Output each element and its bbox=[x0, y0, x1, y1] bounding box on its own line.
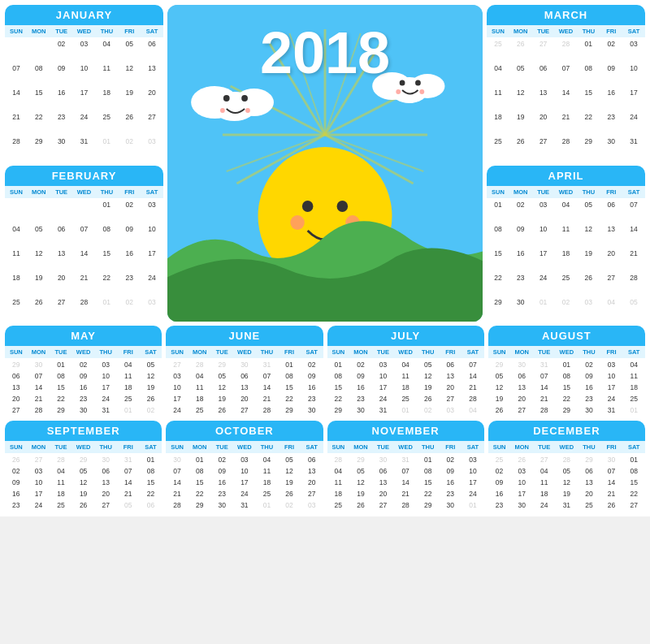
september-days-header: SUNMONTUEWEDTHUFRISAT bbox=[5, 441, 162, 453]
svg-point-28 bbox=[410, 74, 445, 98]
year-label: 2018 bbox=[260, 19, 390, 86]
june-header: JUNE bbox=[166, 326, 323, 346]
november-card: NOVEMBER SUNMONTUEWEDTHUFRISAT 282930310… bbox=[327, 421, 484, 512]
svg-point-31 bbox=[396, 89, 401, 94]
february-grid: 010203 04050607080910 11121314151617 181… bbox=[5, 198, 163, 322]
svg-point-32 bbox=[419, 89, 424, 94]
february-days-header: SUNMONTUEWEDTHUFRISAT bbox=[5, 186, 163, 198]
november-grid: 28293031010203 04050607080910 1112131415… bbox=[327, 453, 484, 512]
march-card: MARCH SUNMONTUEWEDTHUFRISAT 252627280102… bbox=[487, 5, 645, 162]
may-days-header: SUNMONTUEWEDTHUFRISAT bbox=[5, 346, 162, 358]
april-card: APRIL SUNMONTUEWEDTHUFRISAT 010203040506… bbox=[487, 166, 645, 322]
svg-point-23 bbox=[241, 95, 248, 102]
october-days-header: SUNMONTUEWEDTHUFRISAT bbox=[166, 441, 323, 453]
may-grid: 29300102030405 06070809101112 1314151617… bbox=[5, 358, 162, 417]
october-card: OCTOBER SUNMONTUEWEDTHUFRISAT 3001020304… bbox=[166, 421, 323, 512]
july-header: JULY bbox=[327, 326, 484, 346]
september-card: SEPTEMBER SUNMONTUEWEDTHUFRISAT 26272829… bbox=[5, 421, 162, 512]
august-days-header: SUNMONTUEWEDTHUFRISAT bbox=[488, 346, 645, 358]
mid-row: MAY SUNMONTUEWEDTHUFRISAT 29300102030405… bbox=[5, 326, 645, 417]
top-row: JANUARY SUNMONTUEWEDTHUFRISAT 0203040506… bbox=[5, 5, 645, 322]
hero-section: 2018 bbox=[167, 5, 483, 322]
svg-point-30 bbox=[415, 80, 421, 86]
july-grid: 01020304050607 08091011121314 1516171819… bbox=[327, 358, 484, 417]
november-days-header: SUNMONTUEWEDTHUFRISAT bbox=[327, 441, 484, 453]
left-stack: JANUARY SUNMONTUEWEDTHUFRISAT 0203040506… bbox=[5, 5, 163, 322]
july-card: JULY SUNMONTUEWEDTHUFRISAT 0102030405060… bbox=[327, 326, 484, 417]
right-stack: MARCH SUNMONTUEWEDTHUFRISAT 252627280102… bbox=[487, 5, 645, 322]
svg-point-24 bbox=[220, 108, 225, 113]
bot-row: SEPTEMBER SUNMONTUEWEDTHUFRISAT 26272829… bbox=[5, 421, 645, 512]
may-header: MAY bbox=[5, 326, 162, 346]
december-days-header: SUNMONTUEWEDTHUFRISAT bbox=[488, 441, 645, 453]
svg-point-16 bbox=[337, 201, 349, 212]
march-header: MARCH bbox=[487, 5, 645, 25]
september-grid: 26272829303101 02030405060708 0910111213… bbox=[5, 453, 162, 512]
april-days-header: SUNMONTUEWEDTHUFRISAT bbox=[487, 186, 645, 198]
april-grid: 01020304050607 08091011121314 1516171819… bbox=[487, 198, 645, 322]
may-card: MAY SUNMONTUEWEDTHUFRISAT 29300102030405… bbox=[5, 326, 162, 417]
june-grid: 27282930310102 03040506070809 1011121314… bbox=[166, 358, 323, 417]
october-header: OCTOBER bbox=[166, 421, 323, 441]
january-card: JANUARY SUNMONTUEWEDTHUFRISAT 0203040506… bbox=[5, 5, 163, 162]
january-days-header: SUNMONTUEWEDTHUFRISAT bbox=[5, 25, 163, 37]
svg-point-22 bbox=[223, 95, 230, 102]
february-card: FEBRUARY SUNMONTUEWEDTHUFRISAT 010203 04… bbox=[5, 166, 163, 322]
svg-point-25 bbox=[245, 108, 250, 113]
december-grid: 25262728293001 02030405060708 0910111213… bbox=[488, 453, 645, 512]
january-header: JANUARY bbox=[5, 5, 163, 25]
july-days-header: SUNMONTUEWEDTHUFRISAT bbox=[327, 346, 484, 358]
december-header: DECEMBER bbox=[488, 421, 645, 441]
march-grid: 25262728010203 04050607080910 1112131415… bbox=[487, 37, 645, 162]
november-header: NOVEMBER bbox=[327, 421, 484, 441]
august-header: AUGUST bbox=[488, 326, 645, 346]
svg-point-29 bbox=[400, 80, 405, 86]
svg-point-17 bbox=[290, 215, 304, 230]
august-grid: 29303101020304 05060708091011 1213141516… bbox=[488, 358, 645, 417]
september-header: SEPTEMBER bbox=[5, 421, 162, 441]
june-days-header: SUNMONTUEWEDTHUFRISAT bbox=[166, 346, 323, 358]
april-header: APRIL bbox=[487, 166, 645, 186]
february-header: FEBRUARY bbox=[5, 166, 163, 186]
january-grid: 0203040506 07080910111213 14151617181920… bbox=[5, 37, 163, 162]
june-card: JUNE SUNMONTUEWEDTHUFRISAT 2728293031010… bbox=[166, 326, 323, 417]
svg-point-15 bbox=[302, 201, 314, 212]
august-card: AUGUST SUNMONTUEWEDTHUFRISAT 29303101020… bbox=[488, 326, 645, 417]
march-days-header: SUNMONTUEWEDTHUFRISAT bbox=[487, 25, 645, 37]
calendar-container: JANUARY SUNMONTUEWEDTHUFRISAT 0203040506… bbox=[0, 0, 650, 516]
october-grid: 30010203040506 07080910111213 1415161718… bbox=[166, 453, 323, 512]
december-card: DECEMBER SUNMONTUEWEDTHUFRISAT 252627282… bbox=[488, 421, 645, 512]
